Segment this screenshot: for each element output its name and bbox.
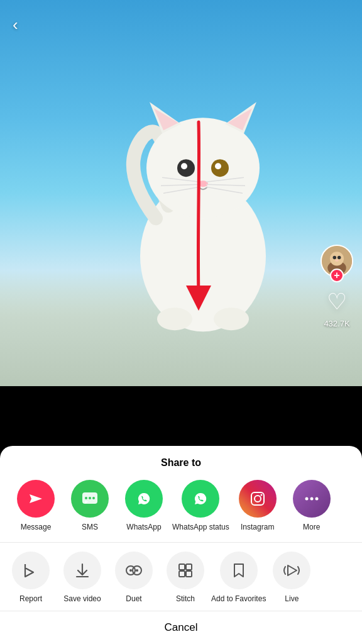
svg-point-38 (310, 497, 313, 500)
sms-label: SMS (82, 523, 98, 533)
more-share-icon (293, 480, 331, 518)
whatsapp-status-label: WhatsApp status (172, 523, 229, 533)
svg-point-37 (305, 497, 308, 500)
svg-rect-49 (186, 571, 192, 577)
instagram-label: Instagram (241, 523, 274, 533)
social-share-row: Message SMS Wh (0, 475, 362, 543)
like-button[interactable]: ♡ (327, 289, 347, 315)
svg-point-39 (315, 497, 318, 500)
cancel-button[interactable]: Cancel (0, 611, 362, 644)
more-share-label: More (303, 523, 320, 533)
live-icon (273, 552, 310, 589)
sms-icon (71, 480, 109, 518)
svg-marker-50 (288, 565, 297, 575)
stitch-label: Stitch (176, 594, 195, 604)
svg-point-44 (129, 569, 132, 572)
live-label: Live (285, 594, 299, 604)
cancel-label: Cancel (165, 621, 198, 633)
action-live[interactable]: Live (266, 552, 317, 604)
message-icon (17, 480, 55, 518)
svg-point-29 (89, 497, 91, 499)
stitch-icon (167, 552, 204, 589)
message-label: Message (21, 523, 52, 533)
cat-illustration (93, 0, 313, 386)
duet-label: Duet (126, 594, 141, 604)
action-save-video[interactable]: Save video (57, 552, 108, 604)
whatsapp-label: WhatsApp (126, 523, 161, 533)
svg-point-45 (136, 569, 138, 572)
svg-point-30 (92, 497, 95, 499)
share-bottom-sheet: Share to Message SMS (0, 446, 362, 644)
video-background (0, 0, 362, 386)
svg-point-22 (333, 256, 337, 260)
svg-point-23 (337, 256, 341, 260)
instagram-icon (239, 480, 277, 518)
svg-rect-46 (179, 564, 185, 570)
svg-point-35 (255, 496, 261, 502)
share-sms[interactable]: SMS (64, 480, 116, 533)
share-title: Share to (0, 446, 362, 475)
svg-marker-26 (30, 494, 42, 503)
svg-point-8 (181, 163, 187, 169)
action-stitch[interactable]: Stitch (160, 552, 211, 604)
svg-point-36 (260, 494, 262, 496)
svg-rect-47 (186, 564, 192, 570)
share-whatsapp[interactable]: WhatsApp (118, 480, 170, 533)
action-report[interactable]: Report (5, 552, 57, 604)
svg-point-28 (85, 497, 87, 499)
share-message[interactable]: Message (10, 480, 62, 533)
report-label: Report (19, 594, 42, 604)
svg-point-24 (335, 259, 339, 262)
likes-count: 432.7K (324, 319, 349, 328)
share-more[interactable]: More (286, 480, 337, 533)
svg-point-18 (214, 308, 249, 330)
svg-point-17 (157, 308, 192, 330)
duet-icon (115, 552, 153, 589)
action-add-favorites[interactable]: Add to Favorites (211, 552, 266, 604)
follow-button[interactable]: + (330, 269, 344, 282)
actions-row: Report Save video Duet (0, 543, 362, 611)
creator-avatar[interactable]: + (321, 245, 353, 277)
share-instagram[interactable]: Instagram (232, 480, 283, 533)
whatsapp-status-icon (182, 480, 219, 518)
svg-rect-48 (179, 571, 185, 577)
add-favorites-icon (220, 552, 258, 589)
action-duet[interactable]: Duet (108, 552, 160, 604)
right-actions-panel: + ♡ 432.7K (321, 245, 353, 328)
report-icon (12, 552, 50, 589)
add-favorites-label: Add to Favorites (211, 594, 266, 604)
back-button[interactable]: ‹ (13, 15, 18, 35)
svg-point-21 (330, 252, 344, 265)
save-video-icon (63, 552, 101, 589)
whatsapp-icon (125, 480, 163, 518)
share-whatsapp-status[interactable]: WhatsApp status (172, 480, 229, 533)
save-video-label: Save video (63, 594, 101, 604)
svg-point-9 (215, 163, 221, 169)
